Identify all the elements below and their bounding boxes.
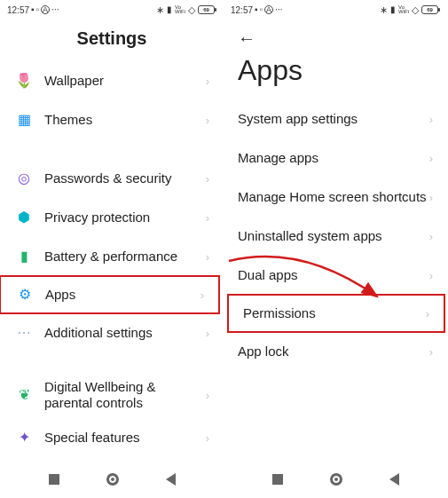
row-manage-apps[interactable]: Manage apps›: [224, 138, 447, 178]
nav-back-icon[interactable]: [389, 473, 399, 486]
dual-apps-label: Dual apps: [238, 267, 429, 283]
page-title: Apps: [224, 51, 447, 99]
row-system-app-settings[interactable]: System app settings›: [224, 99, 447, 138]
manage-apps-label: Manage apps: [238, 150, 429, 166]
row-app-lock[interactable]: App lock›: [224, 332, 447, 371]
status-time: 12:57: [231, 5, 253, 15]
row-passwords-security[interactable]: ◎Passwords & security›: [0, 159, 224, 198]
chevron-right-icon: ›: [206, 211, 209, 225]
nav-home-icon[interactable]: [106, 473, 119, 486]
privacy-protection-label: Privacy protection: [44, 209, 206, 225]
signal-icon: ▮: [167, 5, 172, 14]
row-uninstalled-system-apps[interactable]: Uninstalled system apps›: [224, 217, 447, 256]
status-more-icon: ···: [51, 5, 59, 14]
row-apps[interactable]: ⚙Apps›: [0, 275, 220, 314]
chevron-right-icon: ›: [429, 191, 433, 204]
row-themes[interactable]: ▦Themes›: [0, 100, 224, 139]
wallpaper-icon: 🌷: [14, 74, 34, 88]
status-icon-a: ▪: [255, 5, 258, 14]
vowifi-icon: VoWiFi: [175, 5, 185, 15]
row-special-features[interactable]: ✦Special features›: [0, 418, 224, 457]
battery-icon: 69: [421, 5, 438, 14]
page-title: Settings: [0, 20, 224, 61]
themes-icon: ▦: [14, 113, 34, 127]
system-app-settings-label: System app settings: [238, 111, 429, 127]
chevron-right-icon: ›: [206, 327, 209, 340]
chevron-right-icon: ›: [206, 250, 209, 264]
chevron-right-icon: ›: [206, 114, 209, 127]
apps-list: System app settings›Manage apps›Manage H…: [224, 99, 447, 466]
chevron-right-icon: ›: [206, 172, 209, 186]
apps-label: Apps: [45, 287, 200, 303]
status-bar-left: 12:57 ▪ ▫ A ··· ∗ ▮ VoWiFi ◇ 69: [0, 0, 224, 20]
privacy-protection-icon: ⬢: [14, 210, 34, 225]
apps-screen: 12:57 ▪ ▫ A ··· ∗ ▮ VoWiFi ◇ 69 ← Apps S…: [224, 0, 447, 498]
chevron-right-icon: ›: [429, 230, 433, 243]
nav-back-icon[interactable]: [166, 473, 176, 486]
chevron-right-icon: ›: [206, 431, 209, 445]
signal-icon: ▮: [390, 5, 396, 14]
row-digital-wellbeing[interactable]: ❦Digital Wellbeing & parental controls›: [0, 372, 224, 418]
chevron-right-icon: ›: [429, 113, 433, 126]
bluetooth-icon: ∗: [380, 5, 388, 15]
settings-screen: 12:57 ▪ ▫ A ··· ∗ ▮ VoWiFi ◇ 69 Settings…: [0, 0, 224, 498]
apps-icon: ⚙: [15, 288, 35, 302]
row-wallpaper[interactable]: 🌷Wallpaper›: [0, 61, 224, 100]
row-privacy-protection[interactable]: ⬢Privacy protection›: [0, 198, 224, 237]
passwords-security-label: Passwords & security: [44, 170, 206, 186]
status-bar-right: 12:57 ▪ ▫ A ··· ∗ ▮ VoWiFi ◇ 69: [224, 0, 447, 20]
wifi-icon: ◇: [188, 5, 195, 15]
chevron-right-icon: ›: [429, 345, 433, 359]
special-features-label: Special features: [44, 430, 206, 446]
nav-bar-left: [0, 466, 224, 498]
row-dual-apps[interactable]: Dual apps›: [224, 256, 447, 295]
battery-performance-label: Battery & performance: [44, 249, 206, 265]
vowifi-icon: VoWiFi: [398, 5, 409, 15]
bluetooth-icon: ∗: [156, 5, 164, 15]
digital-wellbeing-icon: ❦: [14, 388, 34, 402]
status-icon-a: ▪: [31, 5, 35, 14]
status-icon-c: A: [264, 5, 273, 14]
uninstalled-system-apps-label: Uninstalled system apps: [238, 228, 429, 244]
nav-home-icon[interactable]: [330, 473, 342, 486]
additional-settings-icon: ⋯: [14, 326, 34, 340]
status-icon-b: ▫: [36, 5, 40, 14]
row-permissions[interactable]: Permissions›: [227, 294, 445, 333]
manage-home-shortcuts-label: Manage Home screen shortcuts: [238, 182, 429, 212]
wifi-icon: ◇: [412, 5, 419, 15]
nav-recent-icon[interactable]: [272, 474, 283, 485]
battery-icon: 69: [198, 5, 215, 14]
nav-recent-icon[interactable]: [49, 474, 59, 485]
permissions-label: Permissions: [243, 305, 426, 321]
battery-performance-icon: ▮: [14, 249, 34, 264]
back-button[interactable]: ←: [238, 28, 255, 48]
digital-wellbeing-label: Digital Wellbeing & parental controls: [44, 372, 206, 418]
special-features-icon: ✦: [14, 431, 34, 445]
themes-label: Themes: [44, 112, 206, 128]
status-icon-c: A: [41, 5, 50, 14]
nav-bar-right: [224, 466, 447, 498]
row-manage-home-shortcuts[interactable]: Manage Home screen shortcuts›: [224, 178, 447, 217]
status-time: 12:57: [7, 5, 29, 15]
chevron-right-icon: ›: [206, 389, 209, 402]
app-lock-label: App lock: [238, 344, 429, 360]
settings-list: 🌷Wallpaper›▦Themes›◎Passwords & security…: [0, 61, 224, 466]
status-more-icon: ···: [275, 5, 282, 14]
additional-settings-label: Additional settings: [44, 325, 206, 341]
row-additional-settings[interactable]: ⋯Additional settings›: [0, 313, 224, 352]
chevron-right-icon: ›: [200, 289, 204, 302]
chevron-right-icon: ›: [206, 75, 209, 88]
chevron-right-icon: ›: [429, 269, 433, 282]
chevron-right-icon: ›: [429, 152, 433, 165]
row-battery-performance[interactable]: ▮Battery & performance›: [0, 237, 224, 276]
wallpaper-label: Wallpaper: [44, 73, 206, 89]
passwords-security-icon: ◎: [14, 171, 34, 186]
chevron-right-icon: ›: [426, 307, 429, 320]
status-icon-b: ▫: [260, 5, 263, 14]
